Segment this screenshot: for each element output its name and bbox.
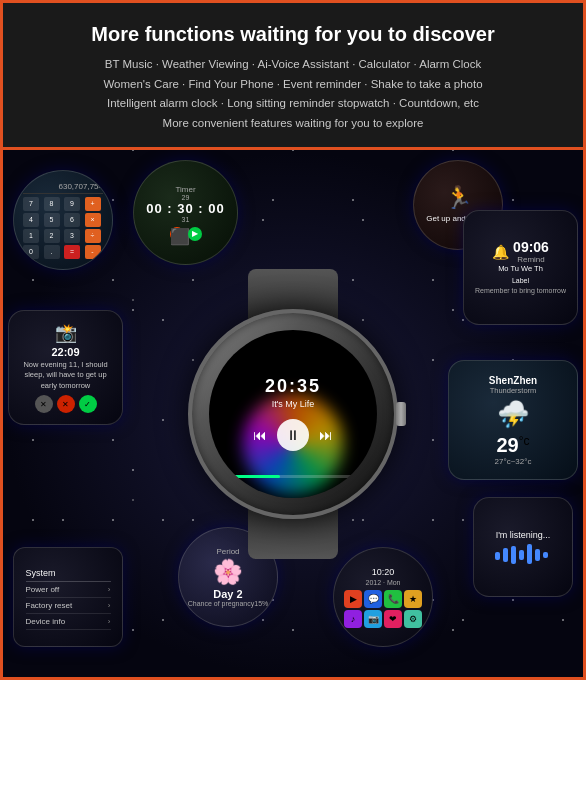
notif-btn-1[interactable]: ✕ bbox=[35, 395, 53, 413]
notif-time: 22:09 bbox=[51, 346, 79, 358]
feature-line-4: More convenient features waiting for you… bbox=[23, 114, 563, 134]
app-icon-2[interactable]: 💬 bbox=[364, 590, 382, 608]
system-factory-reset[interactable]: Factory reset › bbox=[26, 598, 111, 614]
system-device-info[interactable]: Device info › bbox=[26, 614, 111, 630]
weather-range: 27°c~32°c bbox=[495, 457, 532, 466]
calc-btn-plus[interactable]: + bbox=[85, 197, 101, 211]
app-icon-8[interactable]: ⚙ bbox=[404, 610, 422, 628]
calc-btn-9[interactable]: 9 bbox=[64, 197, 80, 211]
app-icon-1[interactable]: ▶ bbox=[344, 590, 362, 608]
app-icon-7[interactable]: ❤ bbox=[384, 610, 402, 628]
voice-waveform bbox=[493, 544, 553, 564]
svg-rect-3 bbox=[519, 550, 524, 560]
notif-icon: 📸 bbox=[55, 322, 77, 344]
apps-bubble: 10:20 2012 · Mon ▶ 💬 📞 ★ ♪ 📷 ❤ ⚙ bbox=[333, 547, 433, 647]
svg-rect-6 bbox=[543, 552, 548, 558]
main-title: More functions waiting for you to discov… bbox=[23, 21, 563, 47]
calc-btn-dot[interactable]: . bbox=[44, 245, 60, 259]
features-text: BT Music · Weather Viewing · Ai-Voice As… bbox=[23, 55, 563, 133]
calc-btn-2[interactable]: 2 bbox=[44, 229, 60, 243]
watch-body: 20:35 It's My Life ⏮ ⏸ ⏭ bbox=[188, 309, 398, 519]
weather-temp: 29 bbox=[496, 434, 518, 457]
weather-unit: °c bbox=[519, 434, 530, 448]
top-section: More functions waiting for you to discov… bbox=[0, 0, 586, 150]
watch-progress bbox=[229, 475, 357, 478]
player-controls: ⏮ ⏸ ⏭ bbox=[253, 419, 333, 451]
timer-label: Timer bbox=[175, 185, 195, 194]
play-pause-btn[interactable]: ⏸ bbox=[277, 419, 309, 451]
calculator-bubble: 630,707,754 7 8 9 + 4 5 6 × 1 2 3 ÷ 0 . … bbox=[13, 170, 113, 270]
timer-bubble: Timer 29 00 : 30 : 00 31 ⬛ ▶ bbox=[133, 160, 238, 265]
notif-btn-3[interactable]: ✓ bbox=[79, 395, 97, 413]
prev-btn[interactable]: ⏮ bbox=[253, 427, 267, 443]
label-text: Label bbox=[512, 277, 529, 284]
notif-text: Now evening 11, I should sleep, will hav… bbox=[17, 360, 114, 392]
calc-btn-7[interactable]: 7 bbox=[23, 197, 39, 211]
voice-text: I'm listening... bbox=[496, 530, 551, 540]
apps-time: 10:20 bbox=[372, 567, 395, 577]
bottom-section bbox=[0, 680, 586, 800]
timer-controls: ⬛ ▶ bbox=[170, 227, 202, 241]
weather-bubble: ShenZhen Thunderstorm ⛈️ 29 °c 27°c~32°c bbox=[448, 360, 578, 480]
system-power-off[interactable]: Power off › bbox=[26, 582, 111, 598]
calc-btn-5[interactable]: 5 bbox=[44, 213, 60, 227]
watch-screen: 20:35 It's My Life ⏮ ⏸ ⏭ bbox=[209, 330, 377, 498]
watch-time: 20:35 bbox=[265, 376, 321, 397]
notif-buttons: ✕ ✕ ✓ bbox=[35, 395, 97, 413]
svg-rect-2 bbox=[511, 546, 516, 564]
feature-line-3: Intelligent alarm clock · Long sitting r… bbox=[23, 94, 563, 114]
reminder-days: Mo Tu We Th bbox=[498, 264, 543, 273]
weather-city: ShenZhen bbox=[489, 375, 537, 386]
timer-play-btn[interactable]: ▶ bbox=[188, 227, 202, 241]
reminder-event-label: Label Remember to bring tomorrow bbox=[475, 276, 566, 296]
event-text: Remember to bring tomorrow bbox=[475, 287, 566, 294]
period-day: Day 2 bbox=[213, 588, 242, 600]
reminder-time: 09:06 bbox=[513, 239, 549, 255]
calc-btn-div[interactable]: ÷ bbox=[85, 229, 101, 243]
calc-buttons: 7 8 9 + 4 5 6 × 1 2 3 ÷ 0 . = - bbox=[23, 197, 103, 259]
period-chance: Chance of pregnancy15% bbox=[188, 600, 269, 607]
voice-bubble: I'm listening... bbox=[473, 497, 573, 597]
feature-line-2: Women's Care · Find Your Phone · Event r… bbox=[23, 75, 563, 95]
notification-bubble: 📸 22:09 Now evening 11, I should sleep, … bbox=[8, 310, 123, 425]
calc-btn-6[interactable]: 6 bbox=[64, 213, 80, 227]
timer-display: 00 : 30 : 00 bbox=[146, 201, 225, 216]
svg-rect-5 bbox=[535, 549, 540, 561]
calc-btn-4[interactable]: 4 bbox=[23, 213, 39, 227]
reminder-label: Remind bbox=[513, 255, 549, 264]
period-icon: 🌸 bbox=[213, 558, 243, 586]
app-icon-3[interactable]: 📞 bbox=[384, 590, 402, 608]
watch-container: 20:35 It's My Life ⏮ ⏸ ⏭ bbox=[188, 309, 398, 519]
system-bubble: System Power off › Factory reset › Devic… bbox=[13, 547, 123, 647]
weather-icon: ⛈️ bbox=[497, 399, 529, 430]
system-title: System bbox=[26, 565, 111, 582]
timer-before: 29 bbox=[182, 194, 190, 201]
main-container: More functions waiting for you to discov… bbox=[0, 0, 586, 800]
calc-btn-minus[interactable]: × bbox=[85, 213, 101, 227]
calc-btn-eq[interactable]: = bbox=[64, 245, 80, 259]
period-label: Period bbox=[216, 547, 239, 556]
calc-display: 630,707,754 bbox=[23, 182, 103, 194]
calc-btn-1[interactable]: 1 bbox=[23, 229, 39, 243]
apps-date: 2012 · Mon bbox=[365, 579, 400, 586]
watch-crown[interactable] bbox=[396, 402, 406, 426]
watch-song: It's My Life bbox=[272, 399, 315, 409]
watch-progress-fill bbox=[229, 475, 280, 478]
timer-stop-btn[interactable]: ⬛ bbox=[170, 227, 184, 241]
reminder-icon: 🔔 bbox=[492, 244, 509, 260]
notif-btn-2[interactable]: ✕ bbox=[57, 395, 75, 413]
svg-rect-0 bbox=[495, 552, 500, 560]
feature-line-1: BT Music · Weather Viewing · Ai-Voice As… bbox=[23, 55, 563, 75]
reminder-bubble: 🔔 09:06 Remind Mo Tu We Th Label Remembe… bbox=[463, 210, 578, 325]
getup-icon: 🏃 bbox=[445, 185, 472, 211]
timer-after: 31 bbox=[182, 216, 190, 223]
app-icon-5[interactable]: ♪ bbox=[344, 610, 362, 628]
calc-btn-8[interactable]: 8 bbox=[44, 197, 60, 211]
app-icon-6[interactable]: 📷 bbox=[364, 610, 382, 628]
svg-rect-4 bbox=[527, 544, 532, 564]
next-btn[interactable]: ⏭ bbox=[319, 427, 333, 443]
calc-btn-3[interactable]: 3 bbox=[64, 229, 80, 243]
apps-grid: ▶ 💬 📞 ★ ♪ 📷 ❤ ⚙ bbox=[344, 590, 422, 628]
svg-rect-1 bbox=[503, 548, 508, 562]
app-icon-4[interactable]: ★ bbox=[404, 590, 422, 608]
